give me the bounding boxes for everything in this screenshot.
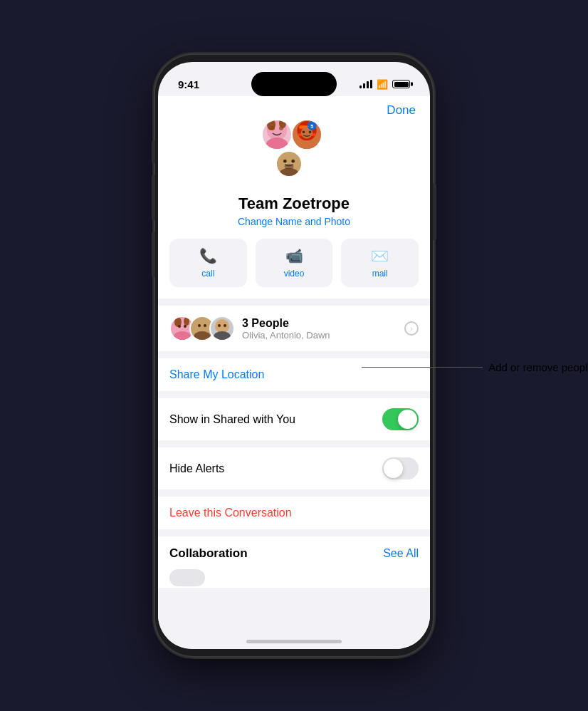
svg-point-21 <box>174 331 191 340</box>
hide-alerts-label: Hide Alerts <box>169 462 382 475</box>
group-avatar: 5 <box>260 118 328 186</box>
change-name-link[interactable]: Change Name and Photo <box>238 216 350 227</box>
signal-icon <box>359 80 372 88</box>
leave-conversation-row[interactable]: Leave this Conversation <box>158 497 430 529</box>
mail-icon: ✉️ <box>371 247 389 264</box>
people-row[interactable]: 3 People Olivia, Antonio, Dawn › <box>158 306 430 351</box>
mail-button[interactable]: ✉️ mail <box>341 239 419 287</box>
share-location-label: Share My Location <box>169 368 264 381</box>
done-button[interactable]: Done <box>387 103 416 118</box>
svg-point-1 <box>266 137 288 150</box>
toggle-knob-2 <box>384 459 403 478</box>
status-icons: 📶 <box>359 79 410 90</box>
svg-point-12 <box>309 131 312 134</box>
toggle-knob <box>398 410 417 429</box>
annotation-line <box>362 367 483 368</box>
status-time: 9:41 <box>178 78 199 90</box>
collaboration-partial <box>158 566 430 588</box>
shared-with-you-row: Show in Shared with You <box>158 398 430 440</box>
dynamic-island <box>251 72 337 96</box>
group-name: Team Zoetrope <box>238 194 350 213</box>
call-label: call <box>201 269 214 279</box>
call-icon: 📞 <box>199 247 217 264</box>
collaboration-title: Collaboration <box>169 546 248 561</box>
svg-point-11 <box>303 131 305 134</box>
person-names: Olivia, Antonio, Dawn <box>242 330 404 341</box>
annotation-text: Add or remove people. <box>488 361 588 373</box>
home-indicator <box>246 640 342 643</box>
svg-point-25 <box>184 325 187 328</box>
video-label: video <box>284 269 305 279</box>
avatar-3 <box>275 150 303 177</box>
action-buttons-row: 📞 call 📹 video ✉️ mail <box>158 239 430 299</box>
svg-point-31 <box>214 331 231 340</box>
video-button[interactable]: 📹 video <box>256 239 333 287</box>
collaboration-section: Collaboration See All <box>158 536 430 588</box>
person-info: 3 People Olivia, Antonio, Dawn <box>242 317 404 341</box>
svg-point-19 <box>284 164 293 170</box>
hide-alerts-section: Hide Alerts <box>158 447 430 489</box>
person-count: 3 People <box>242 317 404 330</box>
svg-point-33 <box>224 324 226 327</box>
shared-with-you-toggle[interactable] <box>382 408 419 430</box>
hide-alerts-toggle[interactable] <box>382 457 419 479</box>
chevron-right-icon[interactable]: › <box>404 321 419 336</box>
shared-with-you-label: Show in Shared with You <box>169 413 382 426</box>
leave-conversation-label: Leave this Conversation <box>169 507 292 519</box>
svg-point-29 <box>204 324 206 327</box>
collaboration-header: Collaboration See All <box>158 536 430 566</box>
group-header: 5 <box>158 96 430 239</box>
avatar-2: 5 <box>291 119 322 150</box>
avatar-1 <box>261 119 293 150</box>
annotation: Add or remove people. <box>362 361 588 373</box>
mail-label: mail <box>372 269 388 279</box>
people-section: 3 People Olivia, Antonio, Dawn › <box>158 306 430 351</box>
call-button[interactable]: 📞 call <box>169 239 247 287</box>
see-all-link[interactable]: See All <box>383 547 419 560</box>
svg-point-27 <box>194 331 211 340</box>
video-icon: 📹 <box>285 247 303 264</box>
svg-point-24 <box>178 325 181 328</box>
battery-icon <box>392 80 410 88</box>
wifi-icon: 📶 <box>377 79 388 90</box>
svg-point-18 <box>291 160 295 163</box>
hide-alerts-row: Hide Alerts <box>158 447 430 489</box>
person-avatar-3 <box>209 316 235 341</box>
people-avatars <box>169 316 235 341</box>
svg-point-23 <box>184 317 189 326</box>
leave-conversation-section: Leave this Conversation <box>158 497 430 529</box>
svg-text:5: 5 <box>310 123 313 130</box>
shared-with-you-section: Show in Shared with You <box>158 398 430 440</box>
svg-point-17 <box>283 160 287 163</box>
svg-point-32 <box>218 324 221 327</box>
svg-point-4 <box>267 119 275 130</box>
svg-point-28 <box>198 324 201 327</box>
